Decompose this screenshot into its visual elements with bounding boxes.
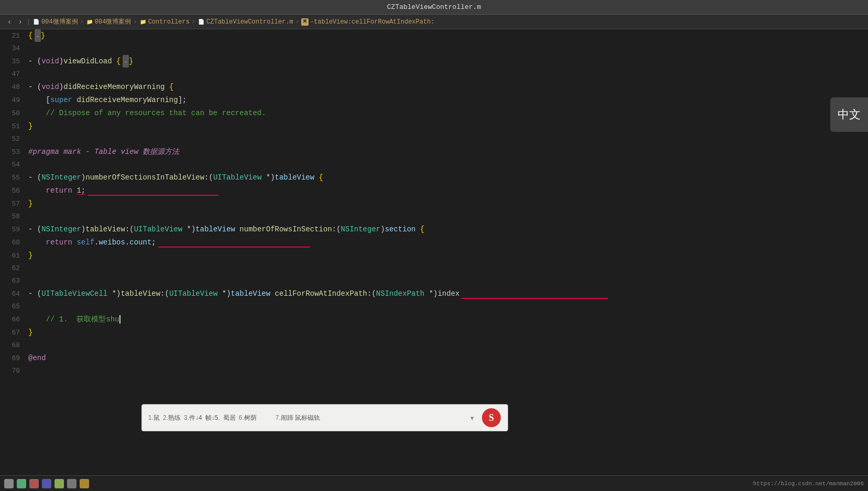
sep2: ›	[133, 18, 137, 26]
code-line-60: 60 return self.weibos.count;	[0, 236, 868, 249]
code-line-21: 21 {…}	[0, 29, 868, 42]
dropdown-arrow-icon[interactable]: ▾	[470, 414, 474, 422]
code-line-49: 49 [super didReceiveMemoryWarning];	[0, 94, 868, 107]
nav-forward-btn[interactable]: ›	[16, 18, 24, 26]
autocomplete-popup[interactable]: 1.鼠 2.熟练 3.件↓4 帧↓5. 蜀居 6.树荫 7.闹蹄 鼠标磁轨 ▾ …	[141, 404, 508, 431]
dock-item-3[interactable]	[29, 479, 39, 488]
code-line-57: 57 }	[0, 197, 868, 210]
chinese-language-btn[interactable]: 中文	[830, 97, 868, 132]
code-editor[interactable]: 21 {…} 34 35 - (void)viewDidLoad {…} 47 …	[0, 29, 868, 473]
code-line-63: 63	[0, 275, 868, 287]
code-line-48: 48 - (void)didReceiveMemoryWarning {	[0, 81, 868, 94]
code-line-65: 65	[0, 300, 868, 313]
code-line-58: 58	[0, 210, 868, 223]
ac-item-3: 3.件↓4	[184, 414, 202, 422]
ac-item-1: 1.鼠	[148, 414, 160, 422]
sep3: ›	[192, 18, 195, 26]
title-bar: CZTableViewController.m	[0, 0, 868, 15]
code-line-67: 67 }	[0, 326, 868, 339]
code-line-52: 52	[0, 133, 868, 146]
method-icon: M	[301, 18, 309, 26]
dock-item-7[interactable]	[80, 479, 89, 488]
code-line-35: 35 - (void)viewDidLoad {…}	[0, 55, 868, 68]
file-icon: 📄	[32, 18, 40, 26]
dock-item-2[interactable]	[17, 479, 26, 488]
taskbar-icons	[4, 479, 89, 488]
ac-item-2: 2.熟练	[163, 414, 181, 422]
code-line-62: 62	[0, 262, 868, 275]
code-line-47: 47	[0, 68, 868, 81]
ac-item-5: 蜀居	[223, 414, 236, 422]
dock-item-5[interactable]	[54, 479, 64, 488]
dock-item-4[interactable]	[42, 479, 51, 488]
sep4: ›	[295, 18, 299, 26]
code-line-53: 53 #pragma mark - Table view 数据源方法	[0, 146, 868, 159]
code-line-68: 68	[0, 339, 868, 352]
breadcrumb-item-1[interactable]: 📄 004微博案例	[32, 17, 78, 26]
autocomplete-items: 1.鼠 2.熟练 3.件↓4 帧↓5. 蜀居 6.树荫 7.闹蹄 鼠标磁轨	[148, 414, 462, 422]
code-line-70: 70	[0, 365, 868, 377]
breadcrumb-item-3[interactable]: 📁 Controllers	[139, 18, 190, 26]
breadcrumb-item-4[interactable]: 📄 CZTableViewController.m	[197, 18, 293, 26]
code-line-55: 55 - (NSInteger)numberOfSectionsInTableV…	[0, 171, 868, 184]
taskbar: https://blog.csdn.net/manman2006	[0, 475, 868, 491]
folder-icon: 📁	[86, 18, 93, 26]
breadcrumb-sep: |	[27, 18, 30, 26]
dock-item-1[interactable]	[4, 479, 14, 488]
code-line-61: 61 }	[0, 249, 868, 262]
code-line-34: 34	[0, 42, 868, 55]
ac-item-7: 7.闹蹄 鼠标磁轨	[276, 414, 320, 422]
code-line-59: 59 - (NSInteger)tableView:(UITableView *…	[0, 223, 868, 236]
code-line-51: 51 }	[0, 120, 868, 133]
folder-icon-2: 📁	[139, 18, 147, 26]
svg-text:S: S	[489, 412, 494, 423]
sogou-logo-icon: S	[481, 408, 501, 428]
code-line-54: 54	[0, 159, 868, 171]
sep1: ›	[80, 18, 84, 26]
code-line-66: 66 // 1. 获取模型shu	[0, 313, 868, 326]
file-icon-2: 📄	[197, 18, 205, 26]
dock-item-6[interactable]	[67, 479, 76, 488]
ac-item-4: 帧↓5.	[205, 414, 220, 422]
breadcrumb-item-5[interactable]: M -tableView:cellForRowAtIndexPath:	[301, 18, 435, 26]
status-url: https://blog.csdn.net/manman2006	[753, 481, 864, 487]
code-line-64: 64 - (UITableViewCell *)tableView:(UITab…	[0, 287, 868, 300]
breadcrumb-bar: ‹ › | 📄 004微博案例 › 📁 004微博案例 › 📁 Controll…	[0, 15, 868, 29]
breadcrumb-item-2[interactable]: 📁 004微博案例	[86, 17, 131, 26]
code-line-56: 56 return 1;	[0, 184, 868, 197]
code-line-69: 69 @end	[0, 352, 868, 365]
window-title: CZTableViewController.m	[387, 3, 481, 11]
nav-back-btn[interactable]: ‹	[5, 18, 14, 26]
ac-item-6: 6.树荫	[239, 414, 257, 422]
code-line-50: 50 // Dispose of any resources that can …	[0, 107, 868, 120]
